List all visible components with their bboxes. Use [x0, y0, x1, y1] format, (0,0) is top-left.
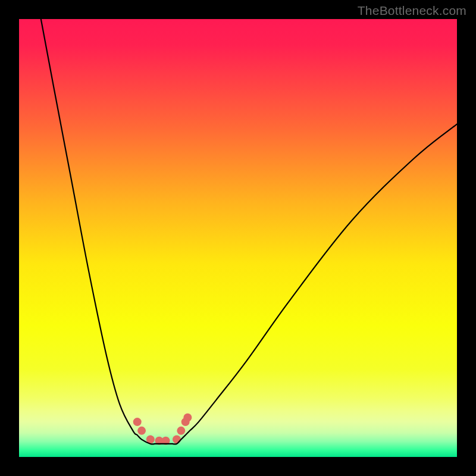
curve-left-arm [41, 19, 155, 444]
highlight-dot [177, 427, 185, 435]
highlight-dot [133, 418, 142, 426]
highlight-dot [137, 427, 146, 435]
curve-right-arm [173, 124, 457, 444]
watermark-text: TheBottleneck.com [358, 4, 466, 18]
highlight-dot [173, 436, 181, 444]
chart-frame: TheBottleneck.com [0, 0, 476, 476]
highlight-dot [183, 414, 192, 422]
curve-layer [19, 19, 457, 457]
plot-area [19, 19, 457, 457]
